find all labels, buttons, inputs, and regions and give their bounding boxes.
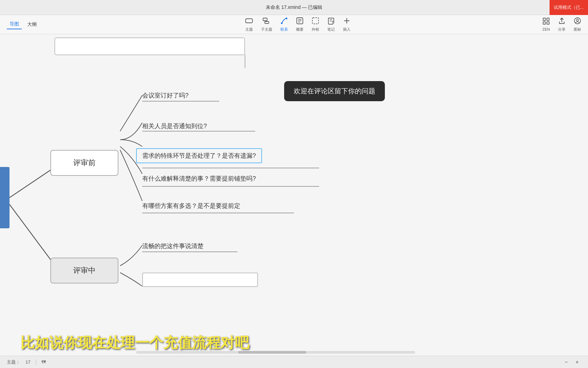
svg-rect-2 <box>265 21 269 24</box>
toolbar-right: ZEN 分享 图标 <box>542 17 581 32</box>
subtopic-1-line <box>142 131 255 132</box>
tab-outline[interactable]: 大纲 <box>24 20 39 29</box>
subtopic-3-text: 有什么难解释清楚的事？需要提前铺垫吗? <box>142 175 256 182</box>
toolbar-view-switcher: 导图 大纲 <box>7 20 39 29</box>
caption-text: 比如说你现在处理一个充值流程对吧 <box>20 333 249 352</box>
svg-point-4 <box>281 22 282 24</box>
summary-label: 概要 <box>296 27 304 32</box>
trial-badge: 试用模式（已... <box>550 0 588 15</box>
subtopic-1-text: 相关人员是否通知到位? <box>142 123 207 129</box>
svg-rect-0 <box>246 19 252 23</box>
topics-count: 17 <box>26 359 30 365</box>
topics-label: 主题： <box>7 359 20 365</box>
subtopic-4-text: 有哪些方案有多选？是不是要提前定 <box>142 202 240 209</box>
svg-line-24 <box>10 204 55 266</box>
zoom-controls: − + <box>562 358 581 366</box>
icon-picker-icon <box>574 17 581 26</box>
svg-rect-18 <box>547 22 549 24</box>
toolbar: 导图 大纲 主题 子主题 联系 概要 <box>0 15 588 34</box>
summary-icon <box>296 17 304 26</box>
subtopic-review-during-2[interactable] <box>142 273 258 287</box>
subtopic-label: 子主题 <box>261 27 272 32</box>
svg-line-23 <box>10 167 55 198</box>
subtopic-2-selected[interactable]: 需求的特殊环节是否处理了？是否有遗漏? <box>136 148 262 163</box>
toolbar-share[interactable]: 分享 <box>558 17 566 32</box>
title-bar: 未命名 17.xmind — 已编辑 试用模式（已... <box>0 0 588 15</box>
meeting-label-underline <box>142 101 219 102</box>
share-label: 分享 <box>558 27 566 32</box>
svg-point-5 <box>285 17 287 19</box>
frame-label: 外框 <box>312 27 319 32</box>
subtopic-1[interactable]: 相关人员是否通知到位? <box>142 122 207 130</box>
toolbar-icon-picker[interactable]: 图标 <box>574 17 581 32</box>
share-icon <box>558 17 566 26</box>
zen-label: ZEN <box>542 27 550 31</box>
caption-bar: 比如说你现在处理一个充值流程对吧 <box>0 330 374 356</box>
connect-icon <box>280 17 288 26</box>
svg-rect-17 <box>543 22 545 24</box>
topic-label: 主题 <box>245 27 253 32</box>
toolbar-note[interactable]: 笔记 <box>327 17 335 32</box>
toolbar-connect[interactable]: 联系 <box>280 17 288 32</box>
toolbar-zen[interactable]: ZEN <box>542 17 550 31</box>
svg-line-22 <box>120 95 142 131</box>
window-title: 未命名 17.xmind — 已编辑 <box>266 4 322 11</box>
icon-picker-label: 图标 <box>574 27 581 32</box>
meeting-room-label: 会议室订好了吗? <box>142 91 189 99</box>
tooltip-text: 欢迎在评论区留下你的问题 <box>294 87 375 95</box>
connect-label: 联系 <box>280 27 288 32</box>
svg-rect-15 <box>543 18 545 20</box>
svg-rect-16 <box>547 18 549 20</box>
insert-icon <box>343 17 350 26</box>
subtopic-2-text: 需求的特殊环节是否处理了？是否有遗漏? <box>142 152 256 159</box>
meeting-room-text: 会议室订好了吗? <box>142 92 189 99</box>
subtopic-review-during-1-line <box>142 251 238 252</box>
note-icon <box>327 17 335 26</box>
zen-icon <box>542 17 550 27</box>
status-divider-1 <box>36 359 36 365</box>
left-accent-bar <box>0 167 10 228</box>
node-review-during[interactable]: 评审中 <box>50 258 118 283</box>
toolbar-summary[interactable]: 概要 <box>296 17 304 32</box>
node-review-before[interactable]: 评审前 <box>50 150 118 176</box>
svg-point-19 <box>574 18 581 24</box>
frame-icon <box>312 17 319 26</box>
subtopic-4[interactable]: 有哪些方案有多选？是不是要提前定 <box>142 202 240 210</box>
subtopic-review-during-1[interactable]: 流畅的把这件事说清楚 <box>142 242 203 250</box>
subtopic-2-line <box>142 168 319 168</box>
subtopic-3-line <box>142 186 319 187</box>
status-bar: 主题： 17 🗺 − + <box>0 356 588 368</box>
subtopic-4-line <box>142 213 294 213</box>
zoom-minus-button[interactable]: − <box>562 358 570 366</box>
subtopic-review-during-1-text: 流畅的把这件事说清楚 <box>142 243 203 249</box>
insert-label: 插入 <box>343 27 350 32</box>
toolbar-frame[interactable]: 外框 <box>312 17 319 32</box>
tooltip-welcome: 欢迎在评论区留下你的问题 <box>284 81 385 101</box>
top-partial-node <box>54 37 245 55</box>
mindmap-canvas: 欢迎在评论区留下你的问题 会议室订好了吗? 评审前 相关人员是否通知到位? 需求… <box>0 34 588 368</box>
svg-rect-1 <box>263 18 267 21</box>
toolbar-center: 主题 子主题 联系 概要 外框 <box>53 17 542 32</box>
topic-icon <box>245 17 253 26</box>
zoom-plus-button[interactable]: + <box>573 358 581 366</box>
node-review-during-label: 评审中 <box>73 265 96 276</box>
note-label: 笔记 <box>327 27 335 32</box>
subtopic-3[interactable]: 有什么难解释清楚的事？需要提前铺垫吗? <box>142 174 256 183</box>
map-icon: 🗺 <box>42 359 46 365</box>
subtopic-icon <box>263 17 270 26</box>
toolbar-topic[interactable]: 主题 <box>245 17 253 32</box>
svg-point-20 <box>576 19 578 21</box>
tab-mindmap[interactable]: 导图 <box>7 20 22 29</box>
node-review-before-label: 评审前 <box>73 158 96 168</box>
toolbar-insert[interactable]: 插入 <box>343 17 350 32</box>
toolbar-subtopic[interactable]: 子主题 <box>261 17 272 32</box>
svg-rect-10 <box>312 18 318 24</box>
